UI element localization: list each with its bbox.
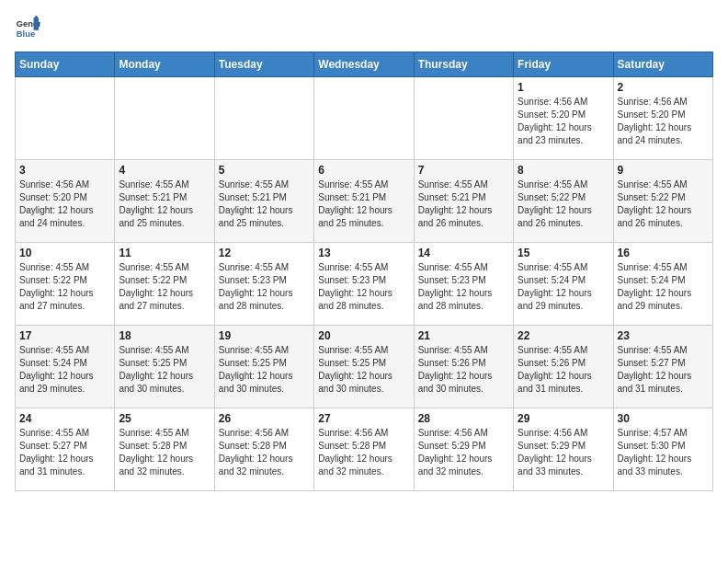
day-number: 11 (119, 247, 210, 259)
svg-marker-2 (34, 18, 40, 30)
day-info: Sunrise: 4:55 AM Sunset: 5:23 PM Dayligh… (219, 261, 310, 313)
weekday-header-thursday: Thursday (414, 52, 513, 77)
day-number: 29 (518, 412, 609, 425)
calendar-week-row: 10Sunrise: 4:55 AM Sunset: 5:22 PM Dayli… (16, 243, 713, 326)
svg-marker-3 (34, 16, 40, 18)
weekday-header-monday: Monday (115, 52, 214, 77)
page-header: General Blue (15, 15, 713, 40)
day-info: Sunrise: 4:55 AM Sunset: 5:28 PM Dayligh… (119, 427, 210, 478)
calendar-cell: 22Sunrise: 4:55 AM Sunset: 5:26 PM Dayli… (514, 326, 613, 408)
day-number: 20 (318, 329, 409, 342)
day-info: Sunrise: 4:56 AM Sunset: 5:20 PM Dayligh… (618, 96, 709, 147)
day-info: Sunrise: 4:55 AM Sunset: 5:24 PM Dayligh… (618, 261, 709, 313)
day-number: 14 (418, 247, 509, 259)
day-info: Sunrise: 4:55 AM Sunset: 5:23 PM Dayligh… (318, 261, 409, 313)
calendar-cell: 28Sunrise: 4:56 AM Sunset: 5:29 PM Dayli… (414, 408, 513, 491)
calendar-cell: 10Sunrise: 4:55 AM Sunset: 5:22 PM Dayli… (16, 243, 115, 326)
day-info: Sunrise: 4:55 AM Sunset: 5:26 PM Dayligh… (518, 344, 609, 396)
day-number: 1 (518, 81, 609, 94)
calendar-cell: 14Sunrise: 4:55 AM Sunset: 5:23 PM Dayli… (414, 243, 513, 326)
calendar-cell (414, 77, 513, 160)
calendar-cell: 26Sunrise: 4:56 AM Sunset: 5:28 PM Dayli… (214, 408, 313, 491)
day-info: Sunrise: 4:55 AM Sunset: 5:21 PM Dayligh… (219, 178, 310, 230)
calendar-cell: 9Sunrise: 4:55 AM Sunset: 5:22 PM Daylig… (613, 160, 712, 243)
day-number: 22 (518, 329, 609, 342)
calendar-cell: 20Sunrise: 4:55 AM Sunset: 5:25 PM Dayli… (314, 326, 414, 408)
day-info: Sunrise: 4:55 AM Sunset: 5:26 PM Dayligh… (418, 344, 509, 396)
calendar-cell: 7Sunrise: 4:55 AM Sunset: 5:21 PM Daylig… (414, 160, 513, 243)
day-number: 10 (19, 247, 110, 259)
calendar-cell: 5Sunrise: 4:55 AM Sunset: 5:21 PM Daylig… (214, 160, 313, 243)
calendar-header-row: SundayMondayTuesdayWednesdayThursdayFrid… (16, 52, 713, 77)
day-number: 30 (618, 412, 709, 425)
weekday-header-friday: Friday (514, 52, 613, 77)
day-number: 23 (618, 329, 709, 342)
calendar-cell: 13Sunrise: 4:55 AM Sunset: 5:23 PM Dayli… (314, 243, 414, 326)
day-info: Sunrise: 4:55 AM Sunset: 5:22 PM Dayligh… (518, 178, 609, 230)
day-number: 3 (19, 164, 110, 177)
day-info: Sunrise: 4:55 AM Sunset: 5:23 PM Dayligh… (418, 261, 509, 313)
day-number: 6 (318, 164, 409, 177)
day-info: Sunrise: 4:55 AM Sunset: 5:21 PM Dayligh… (119, 178, 210, 230)
day-info: Sunrise: 4:55 AM Sunset: 5:22 PM Dayligh… (119, 261, 210, 313)
day-info: Sunrise: 4:55 AM Sunset: 5:22 PM Dayligh… (618, 178, 709, 230)
day-number: 28 (418, 412, 509, 425)
day-number: 17 (19, 329, 110, 342)
calendar-cell (214, 77, 313, 160)
calendar-cell: 27Sunrise: 4:56 AM Sunset: 5:28 PM Dayli… (314, 408, 414, 491)
weekday-header-wednesday: Wednesday (314, 52, 414, 77)
logo: General Blue (15, 15, 44, 40)
day-number: 9 (618, 164, 709, 177)
day-info: Sunrise: 4:55 AM Sunset: 5:24 PM Dayligh… (19, 344, 110, 396)
day-info: Sunrise: 4:55 AM Sunset: 5:25 PM Dayligh… (318, 344, 409, 396)
calendar-cell: 11Sunrise: 4:55 AM Sunset: 5:22 PM Dayli… (115, 243, 214, 326)
day-info: Sunrise: 4:56 AM Sunset: 5:29 PM Dayligh… (518, 427, 609, 478)
day-number: 21 (418, 329, 509, 342)
calendar-cell: 3Sunrise: 4:56 AM Sunset: 5:20 PM Daylig… (16, 160, 115, 243)
day-info: Sunrise: 4:55 AM Sunset: 5:25 PM Dayligh… (219, 344, 310, 396)
calendar-cell: 2Sunrise: 4:56 AM Sunset: 5:20 PM Daylig… (613, 77, 712, 160)
calendar-cell: 30Sunrise: 4:57 AM Sunset: 5:30 PM Dayli… (613, 408, 712, 491)
day-info: Sunrise: 4:56 AM Sunset: 5:20 PM Dayligh… (19, 178, 110, 230)
day-info: Sunrise: 4:56 AM Sunset: 5:29 PM Dayligh… (418, 427, 509, 478)
weekday-header-sunday: Sunday (16, 52, 115, 77)
calendar-cell (16, 77, 115, 160)
day-number: 8 (518, 164, 609, 177)
day-number: 24 (19, 412, 110, 425)
day-number: 2 (618, 81, 709, 94)
day-info: Sunrise: 4:55 AM Sunset: 5:27 PM Dayligh… (618, 344, 709, 396)
day-info: Sunrise: 4:56 AM Sunset: 5:20 PM Dayligh… (518, 96, 609, 147)
calendar-cell: 29Sunrise: 4:56 AM Sunset: 5:29 PM Dayli… (514, 408, 613, 491)
day-number: 5 (219, 164, 310, 177)
day-number: 25 (119, 412, 210, 425)
calendar-cell: 23Sunrise: 4:55 AM Sunset: 5:27 PM Dayli… (613, 326, 712, 408)
weekday-header-saturday: Saturday (613, 52, 712, 77)
day-number: 15 (518, 247, 609, 259)
calendar-cell (314, 77, 414, 160)
calendar-week-row: 24Sunrise: 4:55 AM Sunset: 5:27 PM Dayli… (16, 408, 713, 491)
day-number: 27 (318, 412, 409, 425)
day-number: 19 (219, 329, 310, 342)
svg-text:Blue: Blue (17, 29, 35, 39)
day-number: 18 (119, 329, 210, 342)
calendar-cell: 17Sunrise: 4:55 AM Sunset: 5:24 PM Dayli… (16, 326, 115, 408)
day-info: Sunrise: 4:57 AM Sunset: 5:30 PM Dayligh… (618, 427, 709, 478)
calendar-cell: 12Sunrise: 4:55 AM Sunset: 5:23 PM Dayli… (214, 243, 313, 326)
day-number: 12 (219, 247, 310, 259)
calendar-cell: 18Sunrise: 4:55 AM Sunset: 5:25 PM Dayli… (115, 326, 214, 408)
day-info: Sunrise: 4:55 AM Sunset: 5:27 PM Dayligh… (19, 427, 110, 478)
day-number: 4 (119, 164, 210, 177)
calendar-week-row: 3Sunrise: 4:56 AM Sunset: 5:20 PM Daylig… (16, 160, 713, 243)
day-info: Sunrise: 4:55 AM Sunset: 5:22 PM Dayligh… (19, 261, 110, 313)
calendar-cell: 8Sunrise: 4:55 AM Sunset: 5:22 PM Daylig… (514, 160, 613, 243)
calendar-cell: 6Sunrise: 4:55 AM Sunset: 5:21 PM Daylig… (314, 160, 414, 243)
day-number: 26 (219, 412, 310, 425)
calendar-week-row: 1Sunrise: 4:56 AM Sunset: 5:20 PM Daylig… (16, 77, 713, 160)
calendar-cell: 1Sunrise: 4:56 AM Sunset: 5:20 PM Daylig… (514, 77, 613, 160)
day-info: Sunrise: 4:55 AM Sunset: 5:21 PM Dayligh… (418, 178, 509, 230)
day-info: Sunrise: 4:55 AM Sunset: 5:21 PM Dayligh… (318, 178, 409, 230)
calendar-cell: 21Sunrise: 4:55 AM Sunset: 5:26 PM Dayli… (414, 326, 513, 408)
day-number: 16 (618, 247, 709, 259)
calendar-cell: 24Sunrise: 4:55 AM Sunset: 5:27 PM Dayli… (16, 408, 115, 491)
day-number: 13 (318, 247, 409, 259)
